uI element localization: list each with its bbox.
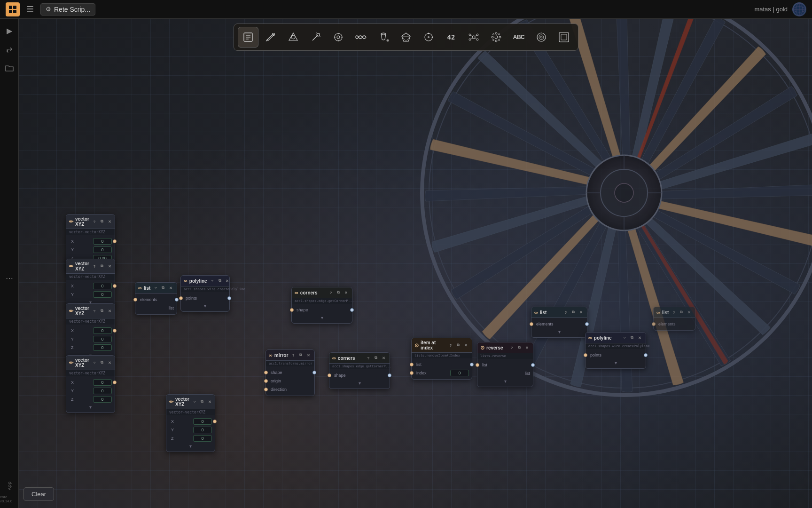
output-port[interactable] — [644, 353, 648, 357]
tool-circle[interactable] — [418, 27, 439, 48]
sidebar-more-button[interactable]: ⋯ — [2, 271, 16, 285]
x-input[interactable] — [93, 379, 112, 386]
node-help-button[interactable]: ? — [91, 263, 98, 270]
node-copy-button[interactable]: ⧉ — [99, 218, 105, 225]
node-polyline-1[interactable]: ∞ polyline ? ⧉ ✕ acc1.shapes.wire.create… — [180, 275, 230, 312]
node-list-3-partial[interactable]: ∞ list ? ⧉ ✕ elements — [653, 307, 695, 331]
tool-shape[interactable] — [283, 27, 304, 48]
input-port[interactable] — [328, 373, 331, 377]
output-port[interactable] — [113, 284, 117, 288]
node-copy-button[interactable]: ⧉ — [99, 263, 105, 270]
node-copy-button[interactable]: ⧉ — [99, 308, 105, 314]
canvas[interactable]: ✏ vector XYZ ? ⧉ ✕ vector-vectorXYZ X Y — [19, 19, 812, 508]
node-close-button[interactable]: ✕ — [106, 308, 113, 314]
project-title-button[interactable]: ⚙ Rete Scrip... — [40, 3, 95, 16]
x-input[interactable] — [93, 327, 112, 334]
expand-toggle[interactable]: ▾ — [66, 404, 115, 411]
output-port[interactable] — [113, 239, 117, 243]
z-input[interactable] — [93, 396, 112, 403]
node-help-button[interactable]: ? — [365, 355, 372, 361]
node-copy-button[interactable]: ⧉ — [217, 278, 223, 284]
user-avatar[interactable] — [792, 2, 806, 16]
expand-toggle[interactable]: ▾ — [181, 302, 229, 310]
z-input[interactable] — [93, 344, 112, 351]
input-port[interactable] — [264, 379, 268, 383]
tool-infinity[interactable] — [351, 27, 371, 48]
tool-spiral[interactable] — [531, 27, 552, 48]
input-port[interactable] — [133, 298, 137, 302]
y-input[interactable] — [93, 246, 112, 253]
tool-pen[interactable] — [260, 27, 281, 48]
node-close-button[interactable]: ✕ — [636, 334, 643, 341]
node-close-button[interactable]: ✕ — [106, 263, 113, 270]
sidebar-play-button[interactable]: ▶ — [2, 24, 16, 38]
expand-toggle[interactable]: ▾ — [329, 380, 390, 387]
node-copy-button[interactable]: ⧉ — [455, 342, 461, 349]
input-port[interactable] — [179, 296, 183, 300]
expand-toggle[interactable]: ▾ — [166, 443, 215, 450]
input-port[interactable] — [652, 322, 656, 326]
node-list-2[interactable]: ∞ list ? ⧉ ✕ elements ▾ — [531, 307, 587, 338]
node-close-button[interactable]: ✕ — [380, 355, 387, 361]
node-help-button[interactable]: ? — [671, 309, 677, 316]
output-port[interactable] — [175, 298, 179, 302]
expand-toggle[interactable]: ▾ — [586, 359, 646, 366]
node-close-button[interactable]: ✕ — [686, 309, 692, 316]
node-help-button[interactable]: ? — [91, 359, 98, 366]
node-copy-button[interactable]: ⧉ — [629, 334, 635, 341]
output-port[interactable] — [227, 296, 231, 300]
z-input[interactable] — [193, 435, 212, 442]
output-port[interactable] — [531, 363, 535, 367]
node-copy-button[interactable]: ⧉ — [99, 359, 105, 366]
node-close-button[interactable]: ✕ — [343, 289, 349, 296]
node-help-button[interactable]: ? — [447, 342, 454, 349]
expand-toggle[interactable]: ▾ — [531, 328, 587, 335]
node-reverse[interactable]: ⊙ reverse ? ⧉ ✕ lists.reverse list list — [477, 342, 533, 387]
tool-box[interactable] — [554, 27, 574, 48]
node-close-button[interactable]: ✕ — [578, 309, 584, 316]
tool-wand[interactable] — [305, 27, 326, 48]
y-input[interactable] — [193, 427, 212, 433]
node-help-button[interactable]: ? — [91, 218, 98, 225]
input-port[interactable] — [264, 371, 268, 374]
x-input[interactable] — [93, 238, 112, 245]
node-vector-xyz-2[interactable]: ✏ vector XYZ ? ⧉ ✕ vector-vectorXYZ X Y — [66, 259, 115, 308]
output-port[interactable] — [350, 308, 354, 312]
node-list-1[interactable]: ∞ list ? ⧉ ✕ elements list — [135, 282, 177, 315]
node-copy-button[interactable]: ⧉ — [199, 398, 205, 405]
expand-toggle[interactable]: ▾ — [477, 378, 533, 385]
node-mirror[interactable]: ∞ mirror ? ⧉ ✕ acc1.transforms.mirror sh… — [265, 349, 315, 396]
node-help-button[interactable]: ? — [328, 289, 334, 296]
input-port[interactable] — [410, 363, 414, 366]
input-port[interactable] — [264, 388, 268, 391]
output-port[interactable] — [113, 329, 117, 333]
sidebar-folder-button[interactable] — [2, 61, 16, 75]
node-help-button[interactable]: ? — [290, 352, 297, 358]
tool-pattern[interactable] — [486, 27, 507, 48]
node-help-button[interactable]: ? — [209, 278, 216, 284]
output-port[interactable] — [470, 363, 474, 366]
node-vector-xyz-5[interactable]: ✏ vector XYZ ? ⧉ ✕ vector-vectorXYZ X Y — [166, 394, 215, 452]
expand-toggle[interactable]: ▾ — [292, 314, 352, 321]
node-close-button[interactable]: ✕ — [206, 398, 213, 405]
node-help-button[interactable]: ? — [621, 334, 628, 341]
x-input[interactable] — [93, 283, 112, 289]
node-corners-1[interactable]: ∞ corners ? ⧉ ✕ acc1.shapes.edge.getCorn… — [291, 287, 352, 324]
y-input[interactable] — [93, 388, 112, 394]
hamburger-menu-button[interactable]: ☰ — [24, 2, 36, 16]
node-close-button[interactable]: ✕ — [106, 359, 113, 366]
node-item-at-index[interactable]: ⊙ item at index ? ⧉ ✕ lists.removeItemAt… — [411, 338, 472, 380]
node-copy-button[interactable]: ⧉ — [160, 285, 166, 291]
node-help-button[interactable]: ? — [152, 285, 159, 291]
node-vector-xyz-4[interactable]: ✏ vector XYZ ? ⧉ ✕ vector-vectorXYZ X Y — [66, 355, 115, 413]
node-copy-button[interactable]: ⧉ — [335, 289, 342, 296]
input-port[interactable] — [410, 371, 414, 375]
sidebar-swap-button[interactable]: ⇄ — [2, 42, 16, 56]
node-polyline-2[interactable]: ∞ polyline ? ⧉ ✕ acc1.shapes.wire.create… — [585, 332, 646, 369]
node-close-button[interactable]: ✕ — [462, 342, 469, 349]
node-close-button[interactable]: ✕ — [224, 278, 231, 284]
index-input[interactable] — [450, 370, 469, 376]
node-help-button[interactable]: ? — [91, 308, 98, 314]
tool-nodes[interactable] — [463, 27, 484, 48]
node-help-button[interactable]: ? — [191, 398, 198, 405]
